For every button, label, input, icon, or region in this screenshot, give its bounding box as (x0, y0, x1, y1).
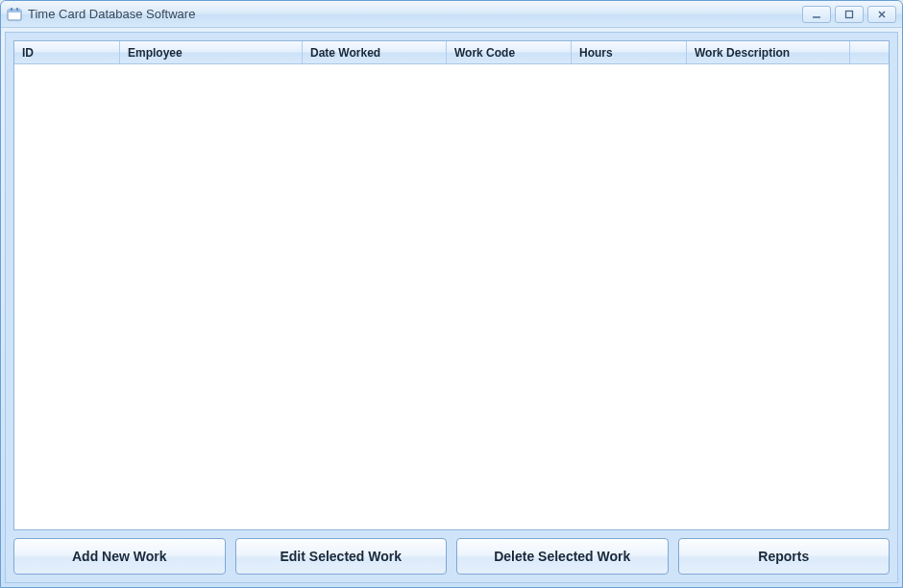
svg-rect-2 (11, 8, 12, 11)
window-title: Time Card Database Software (28, 7, 195, 21)
svg-rect-5 (846, 11, 853, 17)
add-new-work-button[interactable]: Add New Work (13, 538, 226, 575)
column-header-hours[interactable]: Hours (572, 41, 687, 63)
delete-selected-work-button[interactable]: Delete Selected Work (456, 538, 669, 575)
close-button[interactable] (867, 6, 896, 23)
timecard-table[interactable]: ID Employee Date Worked Work Code Hours … (13, 40, 890, 530)
column-header-end[interactable] (850, 41, 889, 63)
column-header-date-worked[interactable]: Date Worked (303, 41, 447, 63)
column-header-work-code[interactable]: Work Code (447, 41, 572, 63)
svg-rect-3 (16, 8, 18, 11)
titlebar[interactable]: Time Card Database Software (1, 1, 902, 28)
app-window: Time Card Database Software ID Employee … (0, 0, 903, 588)
table-body[interactable] (14, 64, 889, 529)
column-header-id[interactable]: ID (14, 41, 120, 63)
column-header-work-description[interactable]: Work Description (687, 41, 850, 63)
window-controls (802, 6, 896, 23)
app-icon (7, 7, 22, 22)
table-header: ID Employee Date Worked Work Code Hours … (14, 41, 889, 64)
svg-rect-1 (8, 10, 21, 12)
button-row: Add New Work Edit Selected Work Delete S… (13, 538, 890, 575)
edit-selected-work-button[interactable]: Edit Selected Work (235, 538, 448, 575)
client-area: ID Employee Date Worked Work Code Hours … (5, 32, 898, 583)
column-header-employee[interactable]: Employee (120, 41, 303, 63)
reports-button[interactable]: Reports (678, 538, 891, 575)
minimize-button[interactable] (802, 6, 831, 23)
maximize-button[interactable] (835, 6, 864, 23)
